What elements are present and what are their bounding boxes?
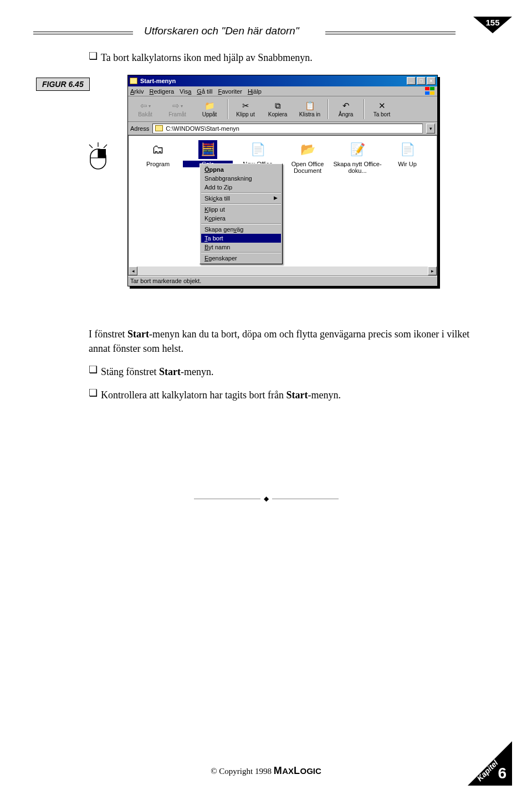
scroll-right-button[interactable]: ▸ (428, 266, 437, 275)
svg-line-0 (89, 145, 93, 148)
menubar: Arkiv Redigera Visa Gå till Favoriter Hj… (128, 86, 437, 96)
close-button[interactable]: × (427, 77, 436, 85)
after-figure-text: I fönstret Start-menyn kan du ta bort, d… (89, 327, 471, 411)
icon-wir-up[interactable]: 📄Wir Up (382, 140, 432, 174)
svg-line-2 (104, 145, 107, 148)
windows-logo-icon (425, 87, 435, 95)
ctx-klipp-ut[interactable]: Klipp ut (201, 205, 281, 214)
checkbox-icon (89, 365, 101, 379)
ctx-skapa-genvag[interactable]: Skapa genväg (201, 225, 281, 234)
horizontal-scrollbar[interactable]: ◂ ▸ (129, 266, 437, 275)
ctx-oppna[interactable]: Öppna (201, 165, 281, 174)
menu-redigera[interactable]: Redigera (149, 88, 174, 95)
tb-forward[interactable]: ⇨▾Framåt (161, 100, 193, 117)
ctx-egenskaper[interactable]: Egenskaper (201, 254, 281, 263)
folder-icon (155, 125, 163, 131)
page-number: 155 (473, 18, 512, 27)
status-bar: Tar bort markerade objekt. (128, 276, 437, 286)
mouse-right-click-icon (86, 141, 110, 171)
menu-favoriter[interactable]: Favoriter (218, 88, 242, 95)
context-menu: Öppna Snabbgranskning Add to Zip Skicka … (200, 163, 283, 264)
chapter-badge: Kapitel 6 (462, 741, 512, 786)
tb-back[interactable]: ⇦▾Bakåt (129, 100, 161, 117)
ctx-ta-bort[interactable]: Ta bort (201, 234, 281, 243)
bullet-close-start-menu: Stäng fönstret Start-menyn. (101, 365, 471, 379)
tb-paste[interactable]: 📋Klistra in (294, 100, 326, 117)
brand-logo: MAXLOGIC (274, 766, 321, 776)
chevron-right-icon: ▶ (274, 195, 278, 201)
icon-program[interactable]: 🗂Program (133, 140, 183, 174)
tb-undo[interactable]: ↶Ångra (330, 100, 362, 117)
body-text: Ta bort kalkylatorns ikon med hjälp av S… (89, 51, 471, 73)
ctx-add-to-zip[interactable]: Add to Zip (201, 183, 281, 192)
ctx-kopiera[interactable]: Kopiera (201, 214, 281, 223)
titlebar[interactable]: Start-menyn _ □ × (128, 75, 437, 86)
menu-visa[interactable]: Visa (180, 88, 191, 95)
client-area[interactable]: 🗂Program 🧮Calc 📄New Office 📂Open Office … (128, 135, 437, 276)
icon-open-office[interactable]: 📂Open Office Document (283, 140, 332, 174)
tb-copy[interactable]: ⧉Kopiera (262, 100, 294, 117)
page-number-badge: 155 (473, 17, 512, 43)
menu-gatill[interactable]: Gå till (197, 88, 212, 95)
ctx-snabbgranskning[interactable]: Snabbgranskning (201, 174, 281, 183)
maximize-button[interactable]: □ (417, 77, 426, 85)
menu-arkiv[interactable]: Arkiv (130, 88, 144, 95)
bullet-verify-removed: Kontrollera att kalkylatorn har tagits b… (101, 388, 471, 402)
header-title: Utforskaren och "Den här datorn" (144, 25, 299, 37)
tb-delete[interactable]: ✕Ta bort (366, 100, 398, 117)
checkbox-icon (89, 51, 101, 64)
address-bar: Adress C:\WINDOWS\Start-menyn ▾ (128, 122, 437, 135)
ctx-skicka-till[interactable]: Skicka till▶ (201, 194, 281, 203)
page-footer: © Copyright 1998 MAXLOGIC (0, 765, 532, 777)
tb-cut[interactable]: ✂Klipp ut (229, 100, 262, 117)
menu-hjalp[interactable]: Hjälp (248, 88, 262, 95)
address-input[interactable]: C:\WINDOWS\Start-menyn (152, 124, 423, 134)
explorer-window: Start-menyn _ □ × Arkiv Redigera Visa Gå… (127, 75, 438, 286)
section-divider: ◆ (0, 493, 532, 503)
icon-skapa-nytt[interactable]: 📝Skapa nytt Office-doku... (332, 140, 382, 174)
address-label: Adress (130, 125, 149, 132)
address-dropdown-button[interactable]: ▾ (426, 124, 435, 134)
tb-up[interactable]: 📁Uppåt (193, 100, 226, 117)
ctx-byt-namn[interactable]: Byt namn (201, 243, 281, 252)
scroll-left-button[interactable]: ◂ (129, 266, 137, 275)
figure-label: FIGUR 6.45 (36, 78, 90, 91)
minimize-button[interactable]: _ (407, 77, 416, 85)
toolbar: ⇦▾Bakåt ⇨▾Framåt 📁Uppåt ✂Klipp ut ⧉Kopie… (128, 96, 437, 122)
window-title: Start-menyn (140, 78, 176, 84)
intro-bullet: Ta bort kalkylatorns ikon med hjälp av S… (101, 51, 471, 64)
checkbox-icon (89, 388, 101, 402)
folder-icon (130, 78, 137, 84)
